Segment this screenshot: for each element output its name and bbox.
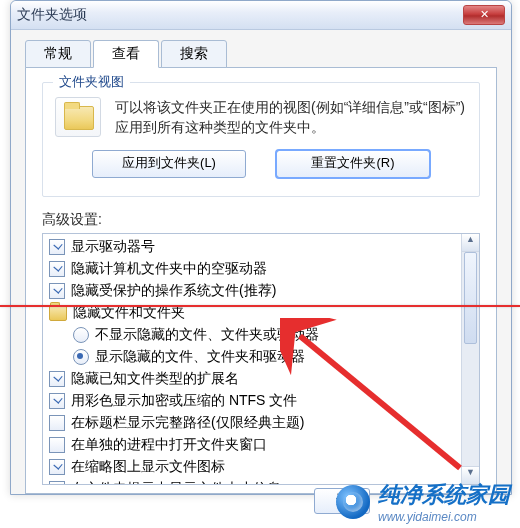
- watermark-brand: 纯净系统家园: [378, 480, 510, 510]
- tab-view[interactable]: 查看: [93, 40, 159, 68]
- checkbox-icon[interactable]: [49, 481, 65, 484]
- folder-icon: [55, 97, 101, 137]
- scroll-up-button[interactable]: ▲: [462, 234, 479, 252]
- checkbox-icon[interactable]: [49, 239, 65, 255]
- advanced-settings-label: 高级设置:: [42, 211, 480, 229]
- checkbox-icon[interactable]: [49, 459, 65, 475]
- folder-view-legend: 文件夹视图: [53, 73, 130, 91]
- window-title: 文件夹选项: [17, 6, 87, 24]
- checkbox-icon[interactable]: [49, 437, 65, 453]
- checkbox-icon[interactable]: [49, 415, 65, 431]
- title-bar[interactable]: 文件夹选项 ✕: [11, 1, 511, 30]
- folder-view-group: 文件夹视图 可以将该文件夹正在使用的视图(例如“详细信息”或“图标”)应用到所有…: [42, 82, 480, 197]
- tree-item[interactable]: 隐藏计算机文件夹中的空驱动器: [49, 258, 460, 280]
- watermark-url: www.yidaimei.com: [378, 510, 510, 524]
- close-button[interactable]: ✕: [463, 5, 505, 25]
- reset-folders-button[interactable]: 重置文件夹(R): [276, 150, 430, 178]
- checkbox-icon[interactable]: [49, 371, 65, 387]
- folder-view-description: 可以将该文件夹正在使用的视图(例如“详细信息”或“图标”)应用到所有这种类型的文…: [115, 97, 467, 138]
- radio-icon[interactable]: [73, 349, 89, 365]
- tree-item[interactable]: 隐藏受保护的操作系统文件(推荐): [49, 280, 460, 302]
- watermark: 纯净系统家园 www.yidaimei.com: [336, 480, 510, 524]
- tab-general[interactable]: 常规: [25, 40, 91, 68]
- tree-item[interactable]: 显示驱动器号: [49, 236, 460, 258]
- annotation-arrow-icon: [280, 318, 480, 478]
- checkbox-icon[interactable]: [49, 261, 65, 277]
- tab-strip: 常规 查看 搜索: [25, 40, 497, 68]
- svg-line-0: [300, 336, 460, 468]
- checkbox-icon[interactable]: [49, 393, 65, 409]
- radio-icon[interactable]: [73, 327, 89, 343]
- annotation-red-line: [0, 305, 520, 307]
- tab-search[interactable]: 搜索: [161, 40, 227, 68]
- checkbox-icon[interactable]: [49, 283, 65, 299]
- watermark-logo-icon: [336, 485, 370, 519]
- apply-to-folders-button[interactable]: 应用到文件夹(L): [92, 150, 246, 178]
